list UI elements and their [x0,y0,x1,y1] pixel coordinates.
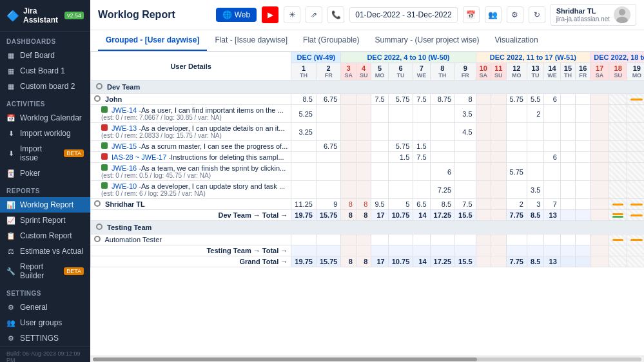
web-icon: 🌐 [222,10,232,19]
sidebar-item-label: Def Board [20,51,55,60]
sidebar-item-poker[interactable]: 🃏 Poker [0,166,90,181]
cell-1: 8.5 [291,94,317,105]
issue-link[interactable]: IAS-28 ~ JWE-17 [112,153,166,161]
day-19-header: 19MO [627,63,644,81]
week-w50-header: DEC 2022, 4 to 10 (W-50) [341,52,476,63]
sidebar-item-label: Report Builder [20,262,59,280]
day-7-header: 7WE [413,63,430,81]
sidebar-item-def-board[interactable]: ▦ Def Board [0,48,90,63]
table-container[interactable]: User Details DEC (W-49) DEC 2022, 4 to 1… [90,52,644,356]
sidebar-item-advanced[interactable]: ⚙ SETTINGS [0,330,90,346]
sidebar-item-label: Custom board 2 [20,82,75,91]
user-badge[interactable]: Shridhar TL jira-ja.atlassian.net [551,4,636,26]
user-details-header: User Details [91,52,291,81]
sidebar-item-label: Worklog Report [20,200,73,209]
top-bar: Worklog Report 🌐 Web ▶ ☀ ⇗ 📞 01-Dec-2022… [90,0,644,30]
phone-button[interactable]: 📞 [327,6,344,23]
top-bar-right: 🌐 Web ▶ ☀ ⇗ 📞 01-Dec-2022 - 31-Dec-2022 … [216,4,636,26]
user-name-cell: Automation Tester [91,234,291,245]
issue-link[interactable]: JWE-15 [112,142,137,150]
horizontal-scrollbar[interactable] [90,356,644,362]
table-row: JWE-10 -As a developer, I can update sto… [91,181,645,199]
sidebar-item-estimate-vs-actual[interactable]: ⚖ Estimate vs Actual [0,243,90,259]
issue-link[interactable]: JWE-14 [112,106,137,114]
sidebar-item-label: User groups [20,318,62,327]
user-name: Shridhar TL [556,7,610,15]
sidebar-item-user-groups[interactable]: 👥 User groups [0,315,90,330]
sidebar-item-label: Import issue [20,144,59,162]
week-w49-header: DEC (W-49) [291,52,341,63]
sidebar-item-general[interactable]: ⚙ General [0,300,90,315]
issue-link[interactable]: JWE-16 [112,164,137,172]
user-groups-icon: 👥 [6,318,15,327]
day-4-header: 4SU [356,63,371,81]
sidebar-item-label: Cust Board 1 [20,66,65,75]
estimate-icon: ⚖ [6,247,15,256]
sidebar-section-settings: SETTINGS ⚙ General 👥 User groups ⚙ SETTI… [0,283,90,346]
sidebar-item-worklog-report[interactable]: 📊 Worklog Report [0,197,90,213]
beta-badge: BETA [64,149,84,157]
sprint-icon: 📈 [6,216,15,225]
user-name-cell: Shridhar TL [91,199,291,210]
share-button[interactable]: ⇗ [306,6,322,23]
cell-4 [356,94,371,105]
testing-team-total-row: Testing Team → Total → [91,245,645,256]
tab-flat-groupable[interactable]: Flat (Groupable) [295,30,367,51]
sun-button[interactable]: ☀ [284,6,300,23]
sidebar-section-dashboards: DASHBOARDS ▦ Def Board ▦ Cust Board 1 ▦ … [0,32,90,94]
sidebar-item-label: Custom Report [20,231,72,240]
youtube-button[interactable]: ▶ [262,6,278,23]
tab-grouped-user-daywise[interactable]: Grouped - [User daywise] [98,30,207,51]
sidebar-item-custom-board-2[interactable]: ▦ Custom board 2 [0,79,90,94]
sidebar-item-import-worklog[interactable]: ⬇ Import worklog [0,126,90,141]
table-row: Shridhar TL 11.25 9 8 8 9.5 5 6.5 8.5 7.… [91,199,645,210]
day-6-header: 6TU [388,63,413,81]
cell-10 [476,94,491,105]
settings-button[interactable]: ⚙ [507,6,523,23]
cell-9: 8 [455,94,476,105]
sidebar-item-label: Estimate vs Actual [20,247,83,256]
calendar-button[interactable]: 📅 [463,6,480,23]
cell-2: 6.75 [316,94,341,105]
app-version: v2.54 [64,12,84,19]
refresh-button[interactable]: ↻ [529,6,545,23]
table-row: JWE-14 -As a user, I can find important … [91,105,645,123]
day-2-header: 2FR [316,63,341,81]
sidebar-item-cust-board-1[interactable]: ▦ Cust Board 1 [0,63,90,79]
sidebar-item-worklog-calendar[interactable]: 📅 Worklog Calendar [0,110,90,126]
sidebar-section-reports: REPORTS 📊 Worklog Report 📈 Sprint Report… [0,181,90,283]
custom-report-icon: 📋 [6,231,15,240]
tab-visualization[interactable]: Visualization [487,30,546,51]
table-row: John 8.5 6.75 7.5 5.75 7.5 8.75 8 5.75 5… [91,94,645,105]
cell-8: 8.75 [430,94,455,105]
build-info: Build: 06-Aug-2023 09:12:09 PM [0,346,90,362]
group-circle-icon [96,83,102,90]
sidebar-item-import-issue[interactable]: ⬇ Import issue BETA [0,141,90,166]
day-18-header: 18SU [609,63,627,81]
avatar [614,6,630,23]
day-16-header: 16FR [576,63,590,81]
sidebar-item-label: Import worklog [20,129,71,138]
day-14-header: 14WE [544,63,561,81]
cell-13: 5.5 [527,94,543,105]
cell-5: 7.5 [371,94,388,105]
cell-18 [609,94,627,105]
cell-3 [341,94,356,105]
web-button[interactable]: 🌐 Web [216,8,257,22]
tab-flat-issue-daywise[interactable]: Flat - [Issue daywise] [207,30,295,51]
group-settings-button[interactable]: 👥 [485,6,502,23]
tab-summary-user-project[interactable]: Summary - (User project wise) [367,30,487,51]
svg-point-0 [619,9,625,15]
table-row: IAS-28 ~ JWE-17 -Instructions for deleti… [91,152,645,163]
day-9-header: 9FR [455,63,476,81]
import-icon: ⬇ [6,129,15,138]
report-icon: 📊 [6,200,15,209]
sidebar-item-custom-report[interactable]: 📋 Custom Report [0,228,90,243]
issue-link[interactable]: JWE-10 [112,182,137,190]
sidebar-item-report-builder[interactable]: 🔧 Report Builder BETA [0,259,90,283]
day-13-header: 13TU [527,63,543,81]
issue-link[interactable]: JWE-13 [112,124,137,132]
sidebar-item-sprint-report[interactable]: 📈 Sprint Report [0,213,90,228]
section-header-dashboards: DASHBOARDS [0,32,90,48]
sidebar-section-activities: ACTIVITIES 📅 Worklog Calendar ⬇ Import w… [0,94,90,181]
